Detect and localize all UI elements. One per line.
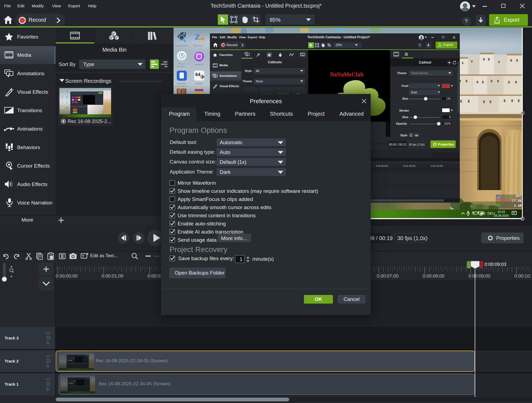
svg-text:a: a [215, 75, 216, 77]
svg-text:a: a [8, 72, 10, 75]
svg-text:T: T [82, 254, 84, 258]
svg-text:Z: Z [195, 32, 200, 41]
